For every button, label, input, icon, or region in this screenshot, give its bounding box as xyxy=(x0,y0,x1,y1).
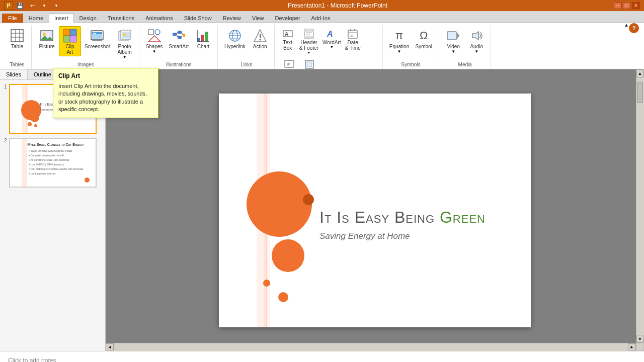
textbox-icon: A xyxy=(282,28,294,40)
textbox-button[interactable]: A TextBox xyxy=(279,26,297,52)
svg-rect-26 xyxy=(183,34,185,37)
wordart-button[interactable]: A WordArt ▼ xyxy=(321,26,343,50)
shapes-button[interactable]: Shapes ▼ xyxy=(143,26,166,55)
header-footer-dropdown-icon: ▼ xyxy=(307,51,310,54)
datetime-button[interactable]: 31 Date& Time xyxy=(344,26,362,52)
notes-placeholder[interactable]: Click to add notes xyxy=(8,357,56,363)
symbol-button[interactable]: Ω Symbol xyxy=(413,26,435,51)
picture-icon xyxy=(39,28,55,44)
scroll-left-btn[interactable]: ◄ xyxy=(106,343,114,350)
shapes-icon xyxy=(146,28,163,44)
wordart-icon: A xyxy=(326,28,338,40)
svg-point-19 xyxy=(123,33,126,36)
tab-review[interactable]: Review xyxy=(217,13,247,23)
slide-number-icon: # xyxy=(283,58,295,70)
tab-file[interactable]: File xyxy=(2,14,23,23)
horizontal-scrollbar[interactable]: ◄ ► xyxy=(106,343,636,351)
table-label: Table xyxy=(11,44,23,49)
tab-animations[interactable]: Animations xyxy=(140,13,178,23)
photo-album-button[interactable]: PhotoAlbum ▼ xyxy=(114,26,136,61)
symbols-group-label: Symbols xyxy=(401,61,420,69)
small-circle-1 xyxy=(263,280,270,287)
object-icon xyxy=(303,58,315,70)
audio-label: Audio xyxy=(470,44,483,49)
ribbon-group-media: Video ▼ Audio ▼ Media xyxy=(439,25,491,69)
svg-rect-24 xyxy=(178,31,182,34)
action-button[interactable]: Action xyxy=(249,26,271,51)
scroll-thumb[interactable] xyxy=(637,82,643,103)
qa-save[interactable]: 💾 xyxy=(15,1,25,10)
vertical-scrollbar[interactable]: ▲ ▼ xyxy=(636,69,644,343)
clip-art-button[interactable]: ClipArt xyxy=(59,26,81,56)
table-button[interactable]: Table xyxy=(6,26,28,51)
tab-insert[interactable]: Insert xyxy=(49,13,74,23)
svg-rect-8 xyxy=(70,29,76,36)
scroll-down-btn[interactable]: ▼ xyxy=(636,335,643,343)
audio-dropdown-icon: ▼ xyxy=(474,49,478,54)
notes-area[interactable]: Click to add notes xyxy=(0,351,644,362)
slide-2-thumb[interactable]: Make Small Changes to Cut Energy • Insta… xyxy=(9,138,97,188)
smartart-label: SmartArt xyxy=(169,44,189,49)
clip-art-icon xyxy=(62,28,78,44)
svg-point-6 xyxy=(43,33,46,36)
media-group-label: Media xyxy=(458,61,472,69)
svg-text:A: A xyxy=(327,30,333,38)
close-btn[interactable]: ✕ xyxy=(632,2,640,9)
ribbon-group-text: A TextBox Header& Footer ▼ xyxy=(276,25,383,69)
tab-slideshow[interactable]: Slide Show xyxy=(179,13,217,23)
screenshot-label: Screenshot xyxy=(85,44,110,49)
smartart-button[interactable]: SmartArt xyxy=(167,26,191,51)
hyperlink-button[interactable]: Hyperlink xyxy=(222,26,248,51)
slides-tab[interactable]: Slides xyxy=(0,69,28,79)
tab-developer[interactable]: Developer xyxy=(269,13,305,23)
maximize-btn[interactable]: □ xyxy=(623,2,631,9)
svg-rect-60 xyxy=(447,32,456,40)
svg-rect-59 xyxy=(307,62,312,67)
header-footer-button[interactable]: Header& Footer ▼ xyxy=(298,26,320,56)
tab-addins[interactable]: Add-Ins xyxy=(306,13,336,23)
video-dropdown-icon: ▼ xyxy=(451,49,455,54)
screenshot-icon xyxy=(89,28,105,44)
svg-line-29 xyxy=(182,32,183,35)
window-title: Presentation1 - Microsoft PowerPoint xyxy=(61,2,614,9)
scroll-up-btn[interactable]: ▲ xyxy=(636,69,643,77)
screenshot-button[interactable]: Screenshot xyxy=(82,26,113,51)
svg-text:#: # xyxy=(287,62,290,67)
tab-transitions[interactable]: Transitions xyxy=(102,13,140,23)
minimize-btn[interactable]: ─ xyxy=(614,2,622,9)
help-button[interactable]: ? xyxy=(629,23,639,33)
canvas-area: ▲ ▼ It Is Easy Bein xyxy=(106,69,644,351)
app-icon: P xyxy=(4,1,13,10)
links-group-label: Links xyxy=(240,61,252,69)
qa-undo[interactable]: ↩ xyxy=(27,1,37,10)
tab-view[interactable]: View xyxy=(247,13,270,23)
photo-album-label: PhotoAlbum xyxy=(117,44,131,55)
scroll-right-btn[interactable]: ► xyxy=(628,343,636,350)
action-icon xyxy=(252,28,268,44)
equation-button[interactable]: π Equation ▼ xyxy=(387,26,412,55)
svg-rect-10 xyxy=(70,36,76,42)
svg-rect-9 xyxy=(63,36,70,42)
qa-dropdown[interactable]: ▼ xyxy=(39,1,49,10)
video-button[interactable]: Video ▼ xyxy=(442,26,464,55)
qa-customize[interactable]: ▼ xyxy=(51,1,61,10)
svg-line-27 xyxy=(177,32,178,34)
chart-button[interactable]: Chart xyxy=(192,26,214,51)
tab-design[interactable]: Design xyxy=(74,13,102,23)
scroll-corner xyxy=(636,343,644,351)
equation-label: Equation xyxy=(389,44,409,49)
tab-home[interactable]: Home xyxy=(23,13,49,23)
svg-rect-31 xyxy=(201,35,204,42)
svg-rect-0 xyxy=(11,30,23,42)
header-footer-label: Header& Footer xyxy=(299,40,318,51)
action-label: Action xyxy=(253,44,267,49)
picture-button[interactable]: Picture xyxy=(36,26,58,51)
ribbon-group-images: Picture ClipArt xyxy=(33,25,139,69)
slide-2-item[interactable]: 2 Make Small Changes to Cut Energy • Ins… xyxy=(4,138,101,188)
slide-2-number: 2 xyxy=(4,138,7,143)
collapse-ribbon-button[interactable]: ▲ xyxy=(624,22,629,28)
hyperlink-label: Hyperlink xyxy=(224,44,246,49)
audio-button[interactable]: Audio ▼ xyxy=(465,26,488,55)
illustrations-group-label: Illustrations xyxy=(166,61,192,69)
photo-album-dropdown-icon: ▼ xyxy=(123,55,127,59)
